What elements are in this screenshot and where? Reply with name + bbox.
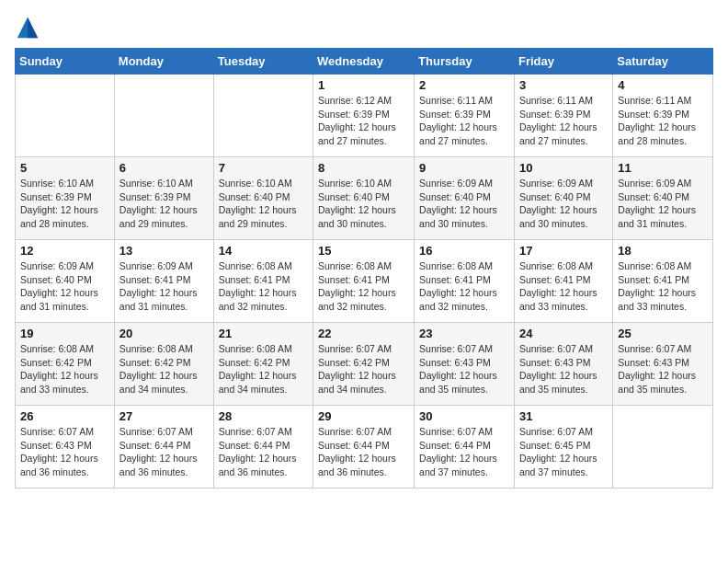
day-number: 29	[318, 409, 409, 423]
calendar-week-row: 26Sunrise: 6:07 AM Sunset: 6:43 PM Dayli…	[16, 406, 713, 488]
day-info: Sunrise: 6:08 AM Sunset: 6:41 PM Dayligh…	[219, 259, 308, 314]
calendar-cell: 12Sunrise: 6:09 AM Sunset: 6:40 PM Dayli…	[16, 240, 115, 323]
day-info: Sunrise: 6:09 AM Sunset: 6:40 PM Dayligh…	[618, 177, 708, 231]
day-info: Sunrise: 6:08 AM Sunset: 6:41 PM Dayligh…	[419, 259, 509, 314]
calendar-day-header: Wednesday	[313, 49, 415, 75]
calendar-cell	[213, 75, 313, 157]
day-info: Sunrise: 6:07 AM Sunset: 6:44 PM Dayligh…	[219, 425, 308, 479]
calendar-cell: 5Sunrise: 6:10 AM Sunset: 6:39 PM Daylig…	[16, 157, 115, 240]
calendar-cell: 14Sunrise: 6:08 AM Sunset: 6:41 PM Dayli…	[213, 240, 313, 323]
calendar-day-header: Tuesday	[213, 49, 313, 75]
calendar-table: SundayMondayTuesdayWednesdayThursdayFrid…	[15, 48, 713, 488]
calendar-cell: 31Sunrise: 6:07 AM Sunset: 6:45 PM Dayli…	[514, 406, 612, 488]
calendar-cell: 20Sunrise: 6:08 AM Sunset: 6:42 PM Dayli…	[114, 323, 213, 406]
day-number: 6	[119, 161, 209, 175]
logo-icon	[15, 15, 40, 40]
day-number: 3	[519, 78, 608, 92]
day-number: 19	[20, 327, 109, 340]
day-number: 2	[419, 78, 509, 92]
day-info: Sunrise: 6:08 AM Sunset: 6:41 PM Dayligh…	[618, 259, 708, 314]
day-info: Sunrise: 6:12 AM Sunset: 6:39 PM Dayligh…	[318, 94, 409, 148]
day-info: Sunrise: 6:07 AM Sunset: 6:45 PM Dayligh…	[519, 425, 608, 479]
calendar-cell: 9Sunrise: 6:09 AM Sunset: 6:40 PM Daylig…	[415, 157, 515, 240]
calendar-week-row: 12Sunrise: 6:09 AM Sunset: 6:40 PM Dayli…	[16, 240, 713, 323]
calendar-day-header: Friday	[514, 49, 612, 75]
calendar-cell: 2Sunrise: 6:11 AM Sunset: 6:39 PM Daylig…	[415, 75, 515, 157]
day-number: 13	[119, 244, 209, 258]
calendar-cell: 21Sunrise: 6:08 AM Sunset: 6:42 PM Dayli…	[213, 323, 313, 406]
calendar-cell: 23Sunrise: 6:07 AM Sunset: 6:43 PM Dayli…	[415, 323, 515, 406]
calendar-cell: 6Sunrise: 6:10 AM Sunset: 6:39 PM Daylig…	[114, 157, 213, 240]
calendar-cell: 17Sunrise: 6:08 AM Sunset: 6:41 PM Dayli…	[514, 240, 612, 323]
calendar-cell: 7Sunrise: 6:10 AM Sunset: 6:40 PM Daylig…	[213, 157, 313, 240]
calendar-cell	[16, 75, 115, 157]
day-number: 4	[618, 78, 708, 92]
calendar-cell: 3Sunrise: 6:11 AM Sunset: 6:39 PM Daylig…	[514, 75, 612, 157]
day-number: 24	[519, 327, 608, 340]
day-number: 17	[519, 244, 608, 258]
calendar-cell: 8Sunrise: 6:10 AM Sunset: 6:40 PM Daylig…	[313, 157, 415, 240]
day-number: 5	[20, 161, 109, 175]
day-number: 21	[219, 327, 308, 340]
calendar-day-header: Thursday	[415, 49, 515, 75]
calendar-cell: 16Sunrise: 6:08 AM Sunset: 6:41 PM Dayli…	[415, 240, 515, 323]
calendar-cell: 4Sunrise: 6:11 AM Sunset: 6:39 PM Daylig…	[613, 75, 713, 157]
day-info: Sunrise: 6:10 AM Sunset: 6:40 PM Dayligh…	[219, 177, 308, 231]
calendar-header-row: SundayMondayTuesdayWednesdayThursdayFrid…	[16, 49, 713, 75]
calendar-day-header: Sunday	[16, 49, 115, 75]
calendar-cell: 13Sunrise: 6:09 AM Sunset: 6:41 PM Dayli…	[114, 240, 213, 323]
day-info: Sunrise: 6:08 AM Sunset: 6:42 PM Dayligh…	[219, 342, 308, 396]
day-info: Sunrise: 6:10 AM Sunset: 6:39 PM Dayligh…	[20, 177, 109, 231]
day-number: 30	[419, 409, 509, 423]
day-number: 11	[618, 161, 708, 175]
day-info: Sunrise: 6:09 AM Sunset: 6:40 PM Dayligh…	[419, 177, 509, 231]
calendar-cell: 15Sunrise: 6:08 AM Sunset: 6:41 PM Dayli…	[313, 240, 415, 323]
day-number: 7	[219, 161, 308, 175]
calendar-week-row: 1Sunrise: 6:12 AM Sunset: 6:39 PM Daylig…	[16, 75, 713, 157]
calendar-cell	[613, 406, 713, 488]
day-info: Sunrise: 6:07 AM Sunset: 6:43 PM Dayligh…	[419, 342, 509, 396]
day-info: Sunrise: 6:07 AM Sunset: 6:44 PM Dayligh…	[419, 425, 509, 479]
day-info: Sunrise: 6:11 AM Sunset: 6:39 PM Dayligh…	[618, 94, 708, 148]
calendar-cell	[114, 75, 213, 157]
day-info: Sunrise: 6:08 AM Sunset: 6:41 PM Dayligh…	[318, 259, 409, 314]
day-info: Sunrise: 6:09 AM Sunset: 6:40 PM Dayligh…	[20, 259, 109, 314]
day-number: 14	[219, 244, 308, 258]
day-number: 16	[419, 244, 509, 258]
day-info: Sunrise: 6:08 AM Sunset: 6:41 PM Dayligh…	[519, 259, 608, 314]
day-number: 26	[20, 409, 109, 423]
calendar-cell: 18Sunrise: 6:08 AM Sunset: 6:41 PM Dayli…	[613, 240, 713, 323]
day-info: Sunrise: 6:11 AM Sunset: 6:39 PM Dayligh…	[419, 94, 509, 148]
calendar-cell: 24Sunrise: 6:07 AM Sunset: 6:43 PM Dayli…	[514, 323, 612, 406]
day-number: 1	[318, 78, 409, 92]
calendar-cell: 19Sunrise: 6:08 AM Sunset: 6:42 PM Dayli…	[16, 323, 115, 406]
day-number: 12	[20, 244, 109, 258]
calendar-cell: 29Sunrise: 6:07 AM Sunset: 6:44 PM Dayli…	[313, 406, 415, 488]
calendar-cell: 10Sunrise: 6:09 AM Sunset: 6:40 PM Dayli…	[514, 157, 612, 240]
calendar-cell: 27Sunrise: 6:07 AM Sunset: 6:44 PM Dayli…	[114, 406, 213, 488]
calendar-cell: 26Sunrise: 6:07 AM Sunset: 6:43 PM Dayli…	[16, 406, 115, 488]
day-info: Sunrise: 6:08 AM Sunset: 6:42 PM Dayligh…	[20, 342, 109, 396]
calendar-cell: 11Sunrise: 6:09 AM Sunset: 6:40 PM Dayli…	[613, 157, 713, 240]
day-number: 9	[419, 161, 509, 175]
calendar-cell: 22Sunrise: 6:07 AM Sunset: 6:42 PM Dayli…	[313, 323, 415, 406]
day-info: Sunrise: 6:07 AM Sunset: 6:44 PM Dayligh…	[318, 425, 409, 479]
day-number: 10	[519, 161, 608, 175]
day-info: Sunrise: 6:09 AM Sunset: 6:41 PM Dayligh…	[119, 259, 209, 314]
page-header	[15, 15, 713, 40]
calendar-day-header: Saturday	[613, 49, 713, 75]
calendar-week-row: 5Sunrise: 6:10 AM Sunset: 6:39 PM Daylig…	[16, 157, 713, 240]
calendar-day-header: Monday	[114, 49, 213, 75]
calendar-cell: 1Sunrise: 6:12 AM Sunset: 6:39 PM Daylig…	[313, 75, 415, 157]
day-number: 27	[119, 409, 209, 423]
calendar-cell: 28Sunrise: 6:07 AM Sunset: 6:44 PM Dayli…	[213, 406, 313, 488]
day-number: 22	[318, 327, 409, 340]
calendar-cell: 25Sunrise: 6:07 AM Sunset: 6:43 PM Dayli…	[613, 323, 713, 406]
day-number: 31	[519, 409, 608, 423]
day-info: Sunrise: 6:11 AM Sunset: 6:39 PM Dayligh…	[519, 94, 608, 148]
day-number: 25	[618, 327, 708, 340]
day-number: 28	[219, 409, 308, 423]
day-info: Sunrise: 6:07 AM Sunset: 6:43 PM Dayligh…	[20, 425, 109, 479]
day-info: Sunrise: 6:07 AM Sunset: 6:44 PM Dayligh…	[119, 425, 209, 479]
day-info: Sunrise: 6:10 AM Sunset: 6:39 PM Dayligh…	[119, 177, 209, 231]
